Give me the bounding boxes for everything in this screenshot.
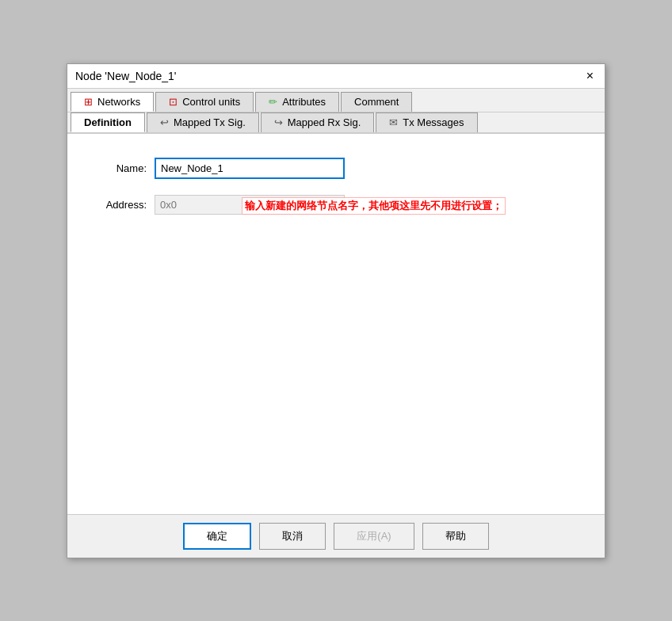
tab-row-2: Definition Mapped Tx Sig. Mapped Rx Sig.…: [67, 112, 605, 134]
help-button[interactable]: 帮助: [422, 523, 489, 550]
node-dialog: Node 'New_Node_1' × Networks Control uni…: [67, 63, 605, 558]
tab-attributes-label: Attributes: [282, 96, 326, 108]
cancel-button[interactable]: 取消: [259, 523, 326, 550]
control-icon: [169, 96, 179, 108]
sub-tab-definition[interactable]: Definition: [71, 112, 145, 132]
title-bar: Node 'New_Node_1' ×: [67, 64, 605, 89]
mapped-rx-icon: [274, 116, 284, 128]
footer: 确定 取消 应用(A) 帮助: [67, 514, 605, 558]
sub-tab-tx-messages-label: Tx Messages: [403, 116, 464, 128]
tab-comment-label: Comment: [354, 96, 399, 108]
sub-tab-mapped-tx-label: Mapped Tx Sig.: [174, 116, 246, 128]
sub-tab-tx-messages[interactable]: Tx Messages: [376, 112, 477, 132]
sub-tab-definition-label: Definition: [84, 116, 132, 128]
sub-tab-mapped-rx-label: Mapped Rx Sig.: [288, 116, 361, 128]
tx-messages-icon: [389, 116, 399, 128]
tab-control-units[interactable]: Control units: [155, 92, 254, 112]
apply-button[interactable]: 应用(A): [334, 523, 414, 550]
annotation-text: 输入新建的网络节点名字，其他项这里先不用进行设置；: [242, 197, 506, 215]
content-area: Name: Address: 输入新建的网络节点名字，其他项这里先不用进行设置；: [67, 134, 605, 514]
name-row: Name:: [91, 158, 581, 179]
attributes-icon: [269, 96, 279, 108]
name-label: Name:: [91, 162, 155, 174]
networks-icon: [84, 96, 94, 108]
tab-networks[interactable]: Networks: [71, 92, 154, 112]
close-button[interactable]: ×: [583, 69, 597, 83]
sub-tab-mapped-tx[interactable]: Mapped Tx Sig.: [147, 112, 259, 132]
tab-comment[interactable]: Comment: [341, 92, 412, 112]
tab-row-1: Networks Control units Attributes Commen…: [67, 89, 605, 112]
confirm-button[interactable]: 确定: [183, 523, 251, 550]
mapped-tx-icon: [160, 116, 170, 128]
name-input[interactable]: [155, 158, 345, 179]
tab-networks-label: Networks: [97, 96, 140, 108]
address-label: Address:: [91, 199, 155, 211]
tab-control-units-label: Control units: [182, 96, 240, 108]
sub-tab-mapped-rx[interactable]: Mapped Rx Sig.: [261, 112, 375, 132]
tab-attributes[interactable]: Attributes: [255, 92, 339, 112]
dialog-title: Node 'New_Node_1': [75, 70, 177, 82]
